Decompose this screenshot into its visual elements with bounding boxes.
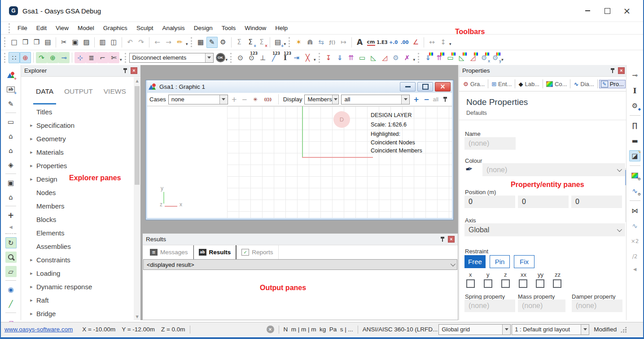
- graphic-window[interactable]: Gsa1 : Graphic 1 × Cases none + − ✳ (()): [145, 80, 454, 220]
- select-elements-icon[interactable]: ╱: [5, 298, 17, 309]
- expander-icon[interactable]: ▸: [26, 136, 36, 142]
- orbit-cube-icon[interactable]: ▱: [5, 266, 17, 277]
- releases-icon[interactable]: ⇥: [291, 52, 302, 63]
- minimize-button[interactable]: [578, 4, 597, 17]
- beam-load-icon[interactable]: ⇓: [334, 52, 346, 63]
- close-panel-icon[interactable]: ×: [448, 236, 455, 243]
- select-nodes-icon[interactable]: ◉: [5, 284, 17, 295]
- clip-view-icon[interactable]: ▣: [5, 177, 17, 188]
- grid-combo[interactable]: Global grid: [438, 324, 511, 335]
- menu-tools[interactable]: Tools: [217, 25, 241, 31]
- tab-contours[interactable]: Co...: [544, 80, 569, 88]
- cases-combo[interactable]: none: [168, 95, 228, 104]
- expander-icon[interactable]: ▸: [26, 122, 36, 128]
- analysis-add-icon[interactable]: Σ +: [245, 37, 256, 48]
- grid-snap-icon[interactable]: ∷: [9, 52, 20, 63]
- menu-design[interactable]: Design: [189, 25, 217, 31]
- close-panel-icon[interactable]: ×: [618, 67, 625, 74]
- tree-item-nodes[interactable]: ▸Nodes: [21, 186, 134, 199]
- new-output-view-icon[interactable]: ab +: [5, 84, 17, 95]
- find-icon[interactable]: ⋒: [304, 37, 315, 48]
- new-graphic-view-icon[interactable]: +: [5, 70, 17, 81]
- toolbar-overflow-icon[interactable]: ▾: [226, 57, 228, 62]
- plan-view-icon[interactable]: ⌂: [5, 130, 17, 142]
- child-restore-button[interactable]: [417, 82, 433, 91]
- shrink-elements-icon[interactable]: ⋈: [629, 205, 640, 216]
- tree-item-geometry[interactable]: ▸Geometry: [21, 132, 134, 145]
- expand-cases-icon[interactable]: ✳: [251, 94, 260, 105]
- case-minus-icon[interactable]: −: [241, 94, 249, 105]
- design-code[interactable]: ANSI/AISC 360-10 (LRFD...: [363, 326, 438, 333]
- decrease-decimals-icon[interactable]: .00: [399, 37, 410, 48]
- tree-item-dynamic-response[interactable]: ▸Dynamic response: [21, 280, 134, 293]
- delete-loads-icon[interactable]: ✗: [402, 52, 413, 63]
- close-panel-icon[interactable]: ×: [131, 67, 137, 74]
- expander-icon[interactable]: ▸: [26, 297, 36, 303]
- grid-area-load-icon[interactable]: ◿: [379, 52, 390, 63]
- increase-decimals-icon[interactable]: +.0: [388, 37, 399, 48]
- close-model-icon[interactable]: ❐: [31, 37, 42, 48]
- goto-icon[interactable]: ↦: [338, 37, 349, 48]
- list-minus-icon[interactable]: −: [422, 94, 430, 105]
- explorer-scrollbar[interactable]: ▲ ▼: [134, 77, 140, 320]
- font-icon[interactable]: A: [354, 37, 365, 48]
- position-z-field[interactable]: 0: [571, 196, 622, 208]
- restraint-fix-button[interactable]: Fix: [514, 255, 534, 268]
- section-labels-icon[interactable]: I 123: [280, 52, 291, 63]
- node-display-icon[interactable]: ⊙: [235, 52, 246, 63]
- toolbar-overflow-icon[interactable]: ▾: [413, 57, 416, 62]
- case-plus-icon[interactable]: +: [230, 94, 238, 105]
- displayed-result-combo[interactable]: <displayed result>: [143, 259, 457, 270]
- toolbar-overflow-icon[interactable]: ▾: [501, 57, 504, 62]
- contour-grid-line-load-icon[interactable]: ◺: [456, 52, 467, 63]
- menu-analysis[interactable]: Analysis: [158, 25, 189, 31]
- node-labels-icon[interactable]: ⊙ 123: [246, 52, 257, 63]
- display-entity-combo[interactable]: Members: [304, 95, 339, 104]
- dof-z-checkbox[interactable]: [501, 279, 510, 288]
- resize-grip[interactable]: [620, 326, 626, 333]
- tree-item-raft[interactable]: ▸Raft: [21, 293, 134, 307]
- undo-icon[interactable]: ↶: [124, 37, 136, 48]
- collapse-right-icon[interactable]: ◂: [629, 266, 640, 272]
- menu-edit[interactable]: Edit: [32, 25, 51, 31]
- table-view-icon[interactable]: ▦: [195, 37, 206, 48]
- isometric-view-icon[interactable]: ◈: [5, 159, 17, 170]
- add-node-icon[interactable]: ⊕: [47, 52, 58, 63]
- ortho-snap-icon[interactable]: ⊕: [20, 52, 31, 63]
- node-load-icon[interactable]: ↧: [323, 52, 334, 63]
- menu-sculpt[interactable]: Sculpt: [132, 25, 158, 31]
- scroll-thumb[interactable]: [135, 86, 140, 185]
- tab-graphic-settings[interactable]: ⚙ Gra...: [461, 80, 486, 88]
- polyline-display-icon[interactable]: ∏: [629, 120, 640, 131]
- tab-entities[interactable]: ⊞ Ent...: [490, 80, 513, 88]
- sculpt-operation-combo[interactable]: Disconnect elements: [129, 53, 214, 63]
- pin-icon[interactable]: [123, 68, 128, 74]
- tree-item-blocks[interactable]: ▸Blocks: [21, 213, 134, 226]
- wizard-icon[interactable]: ✶: [293, 37, 304, 48]
- open-file-icon[interactable]: ❒: [20, 37, 31, 48]
- name-field[interactable]: (none): [464, 137, 516, 150]
- update-icon[interactable]: ⇆: [315, 37, 327, 48]
- menu-window[interactable]: Window: [240, 25, 271, 31]
- property-display-icon[interactable]: ⚙ ◆: [629, 100, 640, 111]
- contour-grid-area-load-icon[interactable]: ◿: [467, 52, 478, 63]
- dof-y-checkbox[interactable]: [484, 279, 492, 288]
- tree-item-titles[interactable]: ▸Titles: [21, 105, 134, 118]
- joints-icon[interactable]: ⊸: [629, 70, 640, 81]
- contour-settings-icon[interactable]: ⚙: [629, 170, 640, 181]
- scroll-up-icon[interactable]: ▲: [134, 77, 140, 84]
- axis-triad-icon[interactable]: ∠: [410, 37, 421, 48]
- elevation-view-icon[interactable]: ⌂: [5, 145, 17, 156]
- expander-icon[interactable]: ▸: [26, 270, 36, 276]
- close-button[interactable]: ×: [617, 4, 637, 17]
- face-load-icon[interactable]: ▭: [357, 52, 368, 63]
- add-element-icon[interactable]: ⊸: [58, 52, 70, 63]
- list-all-button[interactable]: all: [433, 96, 438, 103]
- list-plus-icon[interactable]: +: [412, 94, 420, 105]
- menu-file[interactable]: File: [13, 25, 32, 31]
- contour-face-load-icon[interactable]: ▭: [445, 52, 456, 63]
- rotate-tool-icon[interactable]: ↻: [5, 237, 17, 248]
- new-file-icon[interactable]: □: [9, 37, 20, 48]
- edit-mode-icon[interactable]: ✎: [206, 37, 218, 48]
- toolbar-overflow-icon[interactable]: ▾: [449, 42, 451, 46]
